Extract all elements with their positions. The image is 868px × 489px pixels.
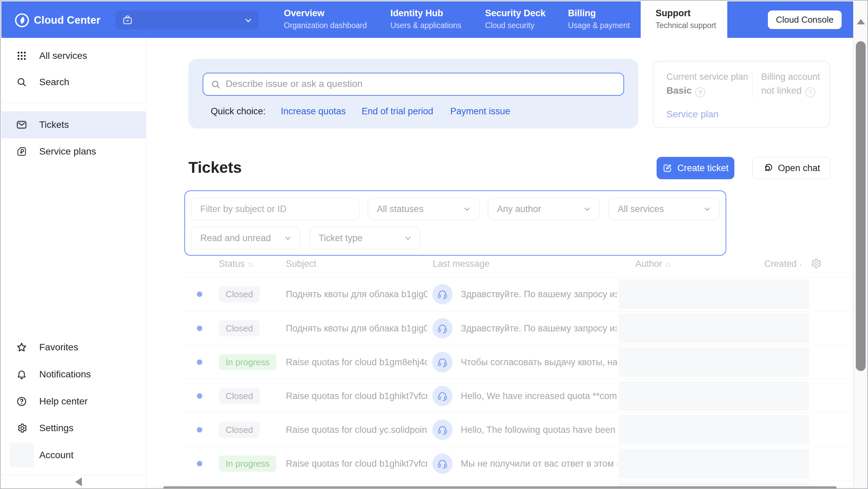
table-row[interactable]: In progress Raise quotas for cloud b1gm8… bbox=[184, 345, 853, 379]
quick-link-increase-quotas[interactable]: Increase quotas bbox=[281, 106, 346, 117]
column-header-last-message[interactable]: Last message bbox=[433, 259, 489, 269]
issue-search-input[interactable] bbox=[226, 73, 615, 94]
column-header-created[interactable]: Created↑ bbox=[764, 259, 801, 269]
ticket-subject: Raise quotas for cloud b1gm8ehj4o bbox=[286, 357, 427, 368]
vertical-scrollbar[interactable] bbox=[853, 1, 868, 489]
issue-search-box bbox=[203, 73, 624, 96]
filter-status-select[interactable]: All statuses bbox=[368, 198, 479, 220]
top-bar: Cloud Center Overview Organization dashb… bbox=[1, 1, 853, 38]
sidebar-item-favorites[interactable]: Favorites bbox=[1, 334, 146, 361]
tab-label: Identity Hub bbox=[390, 8, 461, 19]
last-message-text: Hello, We have increased quota **compu bbox=[461, 391, 617, 401]
filter-type-select[interactable]: Ticket type bbox=[310, 227, 420, 249]
ruble-tag-icon bbox=[16, 145, 28, 158]
question-circle-icon[interactable]: ? bbox=[805, 87, 815, 97]
tab-identity-hub[interactable]: Identity Hub Users & applications bbox=[390, 8, 461, 30]
sidebar-item-search[interactable]: Search bbox=[1, 69, 146, 96]
last-message-text: Мы не получили от вас ответ в этом об bbox=[461, 459, 617, 469]
row-divider bbox=[184, 480, 853, 481]
column-header-status[interactable]: Status↑↓ bbox=[219, 259, 253, 269]
filter-author-value: Any author bbox=[497, 204, 583, 214]
chevron-down-icon bbox=[703, 205, 712, 213]
unread-dot-icon bbox=[197, 461, 202, 466]
service-plan-panel: Current service plan Basic? Billing acco… bbox=[653, 61, 830, 128]
avatar bbox=[9, 443, 34, 467]
search-icon bbox=[16, 76, 28, 88]
sort-asc-icon: ↑ bbox=[799, 262, 801, 268]
sidebar-item-help-center[interactable]: Help center bbox=[1, 388, 146, 415]
tab-support-active[interactable]: Support Technical support bbox=[641, 1, 727, 38]
envelope-icon bbox=[16, 119, 28, 131]
headset-icon bbox=[437, 390, 448, 402]
question-circle-icon bbox=[16, 395, 28, 408]
sidebar-item-account[interactable]: Account bbox=[1, 442, 146, 469]
last-message-text: Здравствуйте. По вашему запросу изм bbox=[461, 289, 617, 300]
create-ticket-button[interactable]: Create ticket bbox=[657, 157, 734, 179]
tab-label: Security Deck bbox=[485, 8, 546, 19]
status-badge: Closed bbox=[219, 286, 260, 302]
sidebar-item-notifications[interactable]: Notifications bbox=[1, 361, 146, 388]
filter-subject-box bbox=[191, 198, 359, 220]
scroll-up-arrow-icon[interactable] bbox=[857, 19, 865, 24]
filter-type-value: Ticket type bbox=[319, 233, 404, 243]
filter-author-select[interactable]: Any author bbox=[488, 198, 599, 220]
column-header-subject[interactable]: Subject bbox=[286, 259, 316, 269]
bell-icon bbox=[16, 368, 28, 380]
table-row[interactable]: Closed Raise quotas for cloud yc.solidpo… bbox=[184, 413, 853, 447]
open-chat-label: Open chat bbox=[778, 163, 820, 173]
redacted-author-created bbox=[619, 381, 809, 411]
ticket-subject: Поднять квоты для облака b1gig0 bbox=[286, 289, 427, 300]
collapse-sidebar-icon[interactable] bbox=[75, 478, 82, 486]
service-plan-link[interactable]: Service plan bbox=[666, 109, 718, 120]
horizontal-scrollbar[interactable] bbox=[146, 486, 853, 489]
sidebar-divider bbox=[1, 475, 146, 475]
redacted-author-created bbox=[619, 279, 809, 309]
tab-billing[interactable]: Billing Usage & payment bbox=[568, 8, 630, 30]
sidebar-item-label: Notifications bbox=[39, 369, 91, 380]
current-plan-value: Basic? bbox=[666, 85, 705, 97]
filter-read-value: Read and unread bbox=[200, 233, 283, 243]
headset-icon bbox=[437, 288, 448, 300]
ticket-subject: Raise quotas for cloud b1ghikt7vfcr bbox=[286, 459, 427, 469]
vertical-scrollbar-thumb[interactable] bbox=[856, 41, 866, 371]
support-agent-avatar bbox=[432, 352, 453, 372]
table-row[interactable]: Closed Поднять квоты для облака b1gig0 З… bbox=[184, 277, 853, 311]
table-row[interactable]: In progress Raise quotas for cloud b1ghi… bbox=[184, 447, 853, 481]
sidebar-divider bbox=[1, 103, 146, 103]
sidebar-item-tickets[interactable]: Tickets bbox=[1, 111, 146, 138]
organization-switcher[interactable] bbox=[116, 10, 258, 29]
filter-service-select[interactable]: All services bbox=[609, 198, 719, 220]
tab-label: Overview bbox=[284, 8, 367, 19]
column-header-author[interactable]: Author↑↓ bbox=[635, 259, 670, 269]
sidebar-item-service-plans[interactable]: Service plans bbox=[1, 138, 146, 165]
current-plan-label: Current service plan bbox=[666, 72, 748, 82]
cloud-console-button[interactable]: Cloud Console bbox=[768, 10, 842, 29]
tab-sublabel: Organization dashboard bbox=[284, 21, 367, 30]
table-settings-gear-icon[interactable] bbox=[810, 258, 821, 269]
sidebar-item-label: Account bbox=[39, 450, 73, 461]
billing-account-value: not linked? bbox=[761, 85, 815, 97]
sidebar-item-all-services[interactable]: All services bbox=[1, 42, 146, 69]
sidebar-item-settings[interactable]: Settings bbox=[1, 415, 146, 442]
horizontal-scrollbar-thumb[interactable] bbox=[163, 486, 837, 489]
question-circle-icon[interactable]: ? bbox=[695, 87, 705, 97]
headset-icon bbox=[437, 424, 448, 436]
support-agent-avatar bbox=[432, 420, 453, 440]
sidebar-item-label: Favorites bbox=[39, 342, 78, 353]
table-row[interactable]: Closed Поднять квоты для облака b1gig0 З… bbox=[184, 311, 853, 345]
tab-security-deck[interactable]: Security Deck Cloud security bbox=[485, 8, 546, 30]
open-chat-button[interactable]: Open chat bbox=[752, 157, 830, 179]
quick-link-end-of-trial[interactable]: End of trial period bbox=[362, 106, 433, 117]
tab-overview[interactable]: Overview Organization dashboard bbox=[284, 8, 367, 30]
filter-read-select[interactable]: Read and unread bbox=[191, 227, 300, 249]
quick-link-payment-issue[interactable]: Payment issue bbox=[450, 106, 510, 117]
last-message-text: Чтобы согласовать выдачу квоты, нам bbox=[461, 357, 617, 368]
headset-icon bbox=[437, 458, 448, 469]
unread-dot-icon bbox=[197, 427, 202, 433]
sidebar-item-label: Search bbox=[39, 77, 69, 88]
table-row[interactable]: Closed Raise quotas for cloud b1ghikt7vf… bbox=[184, 379, 853, 413]
filter-subject-input[interactable] bbox=[200, 204, 350, 214]
filter-service-value: All services bbox=[618, 204, 703, 214]
tab-sublabel: Users & applications bbox=[390, 21, 461, 30]
support-agent-avatar bbox=[432, 453, 453, 474]
